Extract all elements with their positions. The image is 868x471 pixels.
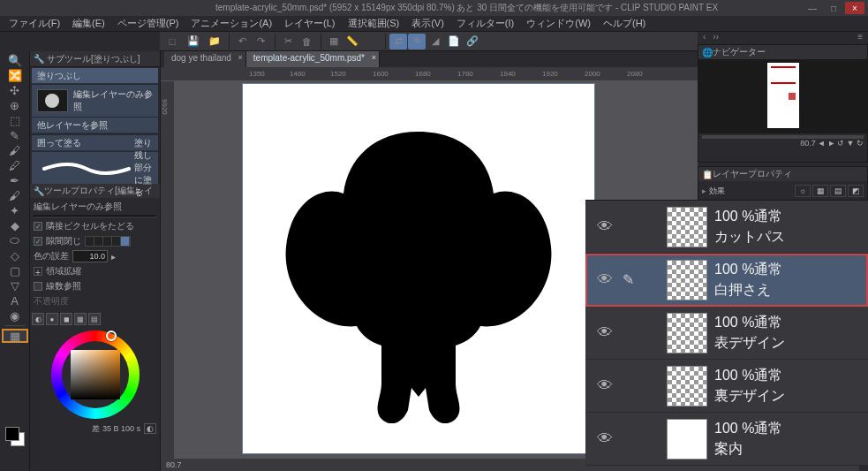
tab-template[interactable]: template-acrylic_50mm.psd*× (246, 51, 380, 67)
prop-subtitle: 編集レイヤーのみ参照 (34, 200, 156, 214)
mini-menu-icon[interactable]: ≡ (857, 32, 863, 44)
menu-animation[interactable]: アニメーション(A) (185, 16, 277, 31)
maximize-button[interactable]: □ (824, 2, 843, 14)
edit-icon[interactable]: ✎ (617, 254, 638, 307)
tool-eyedropper[interactable]: ◉ (2, 308, 28, 323)
tool2-icon[interactable]: ◢ (426, 34, 444, 49)
layer-white-base[interactable]: 👁 ✎ 100 %通常白押さえ (585, 254, 868, 307)
menu-file[interactable]: ファイル(F) (4, 16, 65, 31)
tool-pencil[interactable]: 🖌 (2, 143, 28, 157)
color-swatch[interactable] (5, 427, 25, 446)
layer-guide[interactable]: 👁 100 %通常案内 (585, 413, 868, 466)
cut-icon[interactable]: ✂ (279, 34, 297, 49)
page-icon[interactable]: 📄 (445, 34, 463, 49)
visibility-icon[interactable]: 👁 (593, 254, 617, 307)
fg-color[interactable] (5, 427, 19, 441)
chk-gap[interactable] (34, 237, 42, 246)
swap-icon[interactable]: ⇄ (389, 34, 407, 49)
visibility-icon[interactable]: 👁 (593, 201, 617, 254)
layer-front-design[interactable]: 👁 100 %通常表デザイン (585, 307, 868, 360)
tab-close-icon[interactable]: × (372, 53, 376, 62)
color-wheel[interactable] (51, 330, 140, 419)
layers-panel: 👁 100 %通常カットパス 👁 ✎ 100 %通常白押さえ 👁 100 %通常… (585, 200, 868, 466)
layer-thumbnail (667, 260, 707, 300)
tab-dog[interactable]: dog ye thailand× (164, 51, 246, 67)
tab-close-icon[interactable]: × (238, 53, 243, 62)
tool-rotate[interactable]: ⊕ (2, 98, 28, 112)
chk-adjacent[interactable] (34, 222, 42, 231)
ruler-icon[interactable]: 📏 (343, 34, 361, 49)
menu-selection[interactable]: 選択範囲(S) (343, 16, 405, 31)
nav-rotate-buttons[interactable]: ↺ ▼ ↻ (837, 139, 864, 148)
tool-pen[interactable]: ✎ (2, 128, 28, 142)
grid-icon[interactable]: ▦ (325, 34, 343, 49)
effect-1-icon[interactable]: ☼ (795, 185, 811, 197)
color-mode-5[interactable]: ▤ (88, 313, 101, 325)
menu-window[interactable]: ウィンドウ(W) (521, 16, 596, 31)
edit-icon (617, 360, 638, 413)
layer-thumbnail (667, 313, 707, 353)
color-mode-1[interactable]: ◐ (32, 313, 44, 325)
visibility-icon[interactable]: 👁 (593, 307, 617, 360)
tool-eraser[interactable]: ✦ (2, 203, 28, 217)
tool-blend[interactable]: ◆ (2, 218, 28, 232)
color-mode-3[interactable]: ◼ (60, 313, 72, 325)
tool-decorate[interactable]: 🖌 (2, 188, 28, 202)
menu-help[interactable]: ヘルプ(H) (598, 16, 651, 31)
layer-cutpath[interactable]: 👁 100 %通常カットパス (585, 201, 868, 254)
color-mode-2[interactable]: ● (46, 313, 58, 325)
navigator-preview[interactable] (698, 59, 867, 133)
tool-airbrush[interactable]: ✒ (2, 173, 28, 187)
visibility-icon[interactable]: 👁 (593, 413, 617, 466)
tool-select[interactable]: ⬚ (2, 113, 28, 127)
menu-layer[interactable]: レイヤー(L) (279, 16, 340, 31)
tool-figure[interactable]: ◇ (2, 248, 28, 262)
menu-page[interactable]: ページ管理(P) (112, 16, 185, 31)
edit-icon (617, 413, 638, 466)
subtool-leftover[interactable]: 塗り残し部分に塗る (134, 137, 153, 199)
save-icon[interactable]: 💾 (185, 34, 202, 49)
tool-frame[interactable]: ▢ (2, 263, 28, 277)
minimize-button[interactable]: — (803, 2, 822, 14)
nav-slider[interactable] (702, 135, 864, 139)
nav-zoom-buttons[interactable]: ◄ ► (818, 139, 835, 148)
link-icon[interactable]: 🔗 (464, 34, 481, 49)
mini-prev-icon[interactable]: ‹ (703, 32, 706, 44)
menu-edit[interactable]: 編集(E) (67, 16, 110, 31)
layer-thumbnail (667, 366, 707, 406)
tool-zoom[interactable]: 🔍 (2, 53, 28, 67)
tool-brush[interactable]: 🖊 (2, 158, 28, 172)
tool-gradient[interactable]: ⬭ (2, 233, 28, 247)
tool-fill[interactable]: ▦ (2, 329, 28, 343)
canvas[interactable] (242, 83, 595, 454)
chk-vector[interactable] (34, 282, 42, 291)
tool1-icon[interactable]: ✎ (408, 34, 426, 49)
undo-icon[interactable]: ↶ (233, 34, 251, 49)
color-mode-4[interactable]: ▦ (74, 313, 87, 325)
effect-3-icon[interactable]: ▤ (830, 185, 846, 197)
tool-pan[interactable]: ✣ (2, 83, 28, 97)
gap-level-selector[interactable] (85, 236, 131, 247)
menu-filter[interactable]: フィルター(I) (451, 16, 519, 31)
mini-next-icon[interactable]: ›› (713, 32, 719, 44)
redo-icon[interactable]: ↷ (252, 34, 269, 49)
subtool-edit-layer[interactable]: 編集レイヤーのみ参照 (73, 88, 153, 113)
brush-swatch-icon (37, 89, 68, 112)
layer-back-design[interactable]: 👁 100 %通常裏デザイン (585, 360, 868, 413)
effect-4-icon[interactable]: ◩ (848, 185, 864, 197)
trash-icon[interactable]: 🗑 (298, 34, 315, 49)
extra-icon[interactable] (362, 34, 380, 49)
tool-move[interactable]: 🔀 (2, 68, 28, 82)
menu-view[interactable]: 表示(V) (406, 16, 449, 31)
visibility-icon[interactable]: 👁 (593, 360, 617, 413)
edit-icon (617, 201, 638, 254)
folder-icon[interactable]: 📁 (206, 34, 223, 49)
subtool-panel-title: 🔧サブツール[塗りつぶし] (30, 51, 160, 67)
close-button[interactable]: × (845, 2, 864, 14)
tool-text[interactable]: A (2, 293, 28, 308)
tool-balloon[interactable]: ▽ (2, 278, 28, 292)
launcher-icon[interactable]: □ (163, 34, 181, 49)
effect-2-icon[interactable]: ▦ (812, 185, 828, 197)
color-error-input[interactable] (72, 250, 108, 262)
stroke-icon (42, 158, 131, 178)
